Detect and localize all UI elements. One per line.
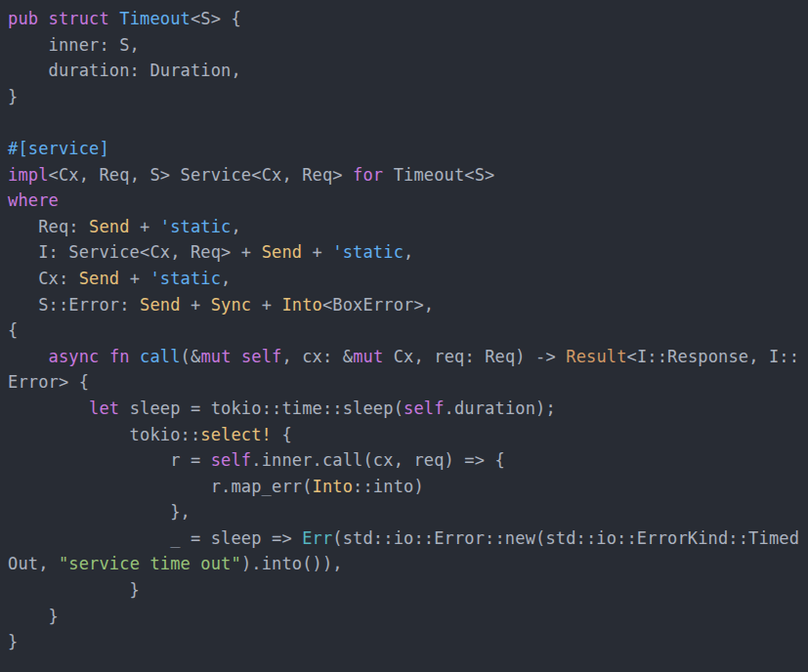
code-line: duration: Duration, — [8, 58, 800, 84]
code-token: } — [8, 607, 59, 626]
code-token: (& — [181, 347, 201, 366]
code-line: } — [8, 629, 800, 655]
code-token: .inner.call(cx, req) => { — [251, 450, 505, 470]
code-token: Into — [313, 477, 354, 496]
code-token: Sync — [211, 295, 252, 315]
code-token: Send — [140, 295, 181, 315]
code-token: + — [119, 269, 149, 288]
code-line: r = self.inner.call(cx, req) => { — [8, 447, 800, 474]
code-token: Result — [566, 347, 626, 366]
code-snippet: pub struct Timeout<S> { inner: S, durati… — [0, 0, 808, 672]
code-token: let — [89, 399, 119, 418]
code-line: r.map_err(Into::into) — [8, 474, 800, 500]
code-token — [109, 9, 119, 28]
code-token: Cx: — [8, 269, 79, 288]
code-token: Send — [89, 217, 130, 236]
code-token: call — [140, 347, 181, 366]
code-block: pub struct Timeout<S> { inner: S, durati… — [0, 0, 808, 655]
code-token: { — [8, 320, 18, 340]
code-token: struct — [49, 9, 109, 28]
code-token: 'static — [332, 242, 404, 262]
code-token: } — [8, 580, 140, 600]
code-token: Cx, req: Req) -> — [383, 347, 566, 366]
code-token: self — [211, 450, 252, 470]
code-token: <I::Response, I:: — [627, 347, 800, 366]
code-token: Out, — [8, 554, 59, 573]
code-line: Out, "service time out").into()), — [8, 551, 800, 577]
code-line: inner: S, — [8, 32, 800, 59]
code-token: 'static — [160, 217, 232, 236]
code-token: <BoxError>, — [322, 295, 434, 315]
code-token: <S> { — [191, 9, 241, 28]
code-token — [38, 9, 48, 28]
code-token: + — [302, 242, 332, 262]
code-token: Timeout<S> — [383, 165, 494, 185]
code-line: } — [8, 577, 800, 604]
code-token — [8, 399, 89, 418]
code-token: self — [241, 347, 282, 366]
code-line: pub struct Timeout<S> { — [8, 6, 800, 32]
code-token: } — [8, 87, 18, 106]
code-token: r.map_err( — [8, 477, 313, 496]
code-line: S::Error: Send + Sync + Into<BoxError>, — [8, 292, 800, 318]
code-token: duration: Duration, — [8, 61, 241, 80]
code-token: pub — [8, 9, 38, 28]
code-token: , cx: & — [281, 347, 353, 366]
code-token: where — [8, 190, 59, 210]
code-token: + — [251, 295, 281, 315]
code-token: S::Error: — [8, 295, 140, 315]
code-token: ).into()), — [241, 554, 343, 573]
code-line: #[service] — [8, 136, 800, 162]
code-line: { — [8, 317, 800, 344]
code-line: } — [8, 604, 800, 630]
code-token: async — [49, 347, 100, 366]
code-token — [8, 347, 49, 366]
code-token — [130, 347, 140, 366]
code-token: 'static — [149, 269, 221, 288]
code-token: "service time out" — [59, 554, 241, 573]
code-token: inner: S, — [8, 35, 140, 55]
code-token: , — [404, 242, 413, 262]
code-line: }, — [8, 499, 800, 525]
code-token: <Cx, Req, S> Service<Cx, Req> — [49, 165, 354, 185]
code-token: , — [232, 217, 241, 236]
code-token: mut — [200, 347, 231, 366]
code-token: _ = sleep => — [8, 528, 302, 548]
code-line: tokio::select! { — [8, 422, 800, 448]
code-token: mut — [353, 347, 383, 366]
code-line: Cx: Send + 'static, — [8, 266, 800, 292]
page: { "palette": { "background": "#282c34", … — [0, 0, 808, 672]
code-token: #[service] — [8, 139, 109, 158]
code-token: impl — [8, 165, 49, 185]
code-line: where — [8, 188, 800, 214]
code-line: let sleep = tokio::time::sleep(self.dura… — [8, 396, 800, 422]
code-token: { — [272, 425, 292, 444]
code-line — [8, 109, 800, 136]
code-token: r = — [8, 450, 211, 470]
code-token: fn — [109, 347, 130, 366]
code-token: }, — [8, 502, 191, 522]
code-token: Into — [281, 295, 322, 315]
code-token: ::into) — [353, 477, 424, 496]
code-line: impl<Cx, Req, S> Service<Cx, Req> for Ti… — [8, 162, 800, 189]
code-token: I: Service<Cx, Req> + — [8, 242, 262, 262]
code-token: (std::io::Error::new(std::io::ErrorKind:… — [332, 528, 799, 548]
code-line: async fn call(&mut self, cx: &mut Cx, re… — [8, 344, 800, 370]
code-token: sleep = tokio::time::sleep( — [119, 399, 404, 418]
code-token: + — [130, 217, 160, 236]
code-line: I: Service<Cx, Req> + Send + 'static, — [8, 239, 800, 266]
code-line: } — [8, 84, 800, 110]
code-token: Error> { — [8, 372, 89, 392]
code-line: Error> { — [8, 369, 800, 396]
code-token: select! — [200, 425, 272, 444]
code-token — [99, 347, 108, 366]
code-token: Send — [79, 269, 120, 288]
code-token: tokio:: — [8, 425, 200, 444]
code-line: _ = sleep => Err(std::io::Error::new(std… — [8, 525, 800, 552]
code-token: for — [353, 165, 383, 185]
code-token: , — [221, 269, 231, 288]
code-token — [232, 347, 241, 366]
code-token: Err — [302, 528, 332, 548]
code-token: Timeout — [119, 9, 191, 28]
code-line: Req: Send + 'static, — [8, 214, 800, 240]
